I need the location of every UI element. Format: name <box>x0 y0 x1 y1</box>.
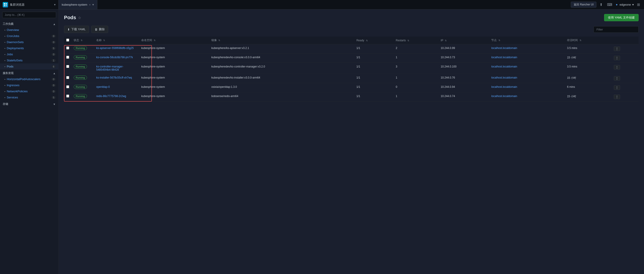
th-ip[interactable]: IP ⇅ <box>438 37 489 44</box>
table-row: Running redis-86c7775798-2r2wg kubespher… <box>64 92 638 102</box>
sort-icon-ready: ⇅ <box>366 39 368 42</box>
back-to-rancher-button[interactable]: 返回 Rancher UI <box>571 2 596 8</box>
logo-chevron[interactable]: ▾ <box>54 3 56 6</box>
row-more-button-1[interactable]: ⋮ <box>614 56 620 60</box>
th-namespace[interactable]: 命名空间 ⇅ <box>139 37 209 44</box>
favorite-star-icon[interactable]: ☆ <box>78 16 81 20</box>
row-ready-0: 1/1 <box>354 44 394 54</box>
delete-button[interactable]: 🗑 删除 <box>91 26 108 33</box>
node-link-2[interactable]: localhost.localdomain <box>491 65 517 68</box>
sidebar-item-overview[interactable]: ▪ Overview <box>0 27 58 33</box>
table-wrapper: 状态 ⇅ 名称 ⇅ 命名空间 ⇅ 镜像 ⇅ Ready ⇅ <box>64 37 638 102</box>
status-badge-5: Running <box>74 94 87 98</box>
sidebar-item-networkpolicies-badge: 0 <box>52 90 56 93</box>
th-image[interactable]: 镜像 ⇅ <box>209 37 354 44</box>
node-link-0[interactable]: localhost.localdomain <box>491 47 517 50</box>
sidebar-item-cronjobs[interactable]: ▪ CronJobs 0 <box>0 33 58 39</box>
sidebar-item-jobs[interactable]: ▪ Jobs 0 <box>0 51 58 57</box>
th-restarts[interactable]: Restarts ⇅ <box>394 37 438 44</box>
terminal-icon[interactable]: ⌨ <box>606 2 614 8</box>
node-link-5[interactable]: localhost.localdomain <box>491 95 517 98</box>
sort-icon-node: ⇅ <box>498 39 500 42</box>
service-discovery-header[interactable]: 服务发现 ▲ <box>0 70 58 76</box>
select-all-checkbox[interactable] <box>66 39 69 42</box>
row-more-button-3[interactable]: ⋮ <box>614 76 620 81</box>
cluster-browser-logo[interactable]: 集群浏览器 ▾ <box>0 0 58 9</box>
row-checkbox-5[interactable] <box>66 95 69 97</box>
top-nav: 集群浏览器 ▾ kubesphere-system × ▾ 返回 Rancher… <box>0 0 644 10</box>
sidebar-item-cronjobs-label: CronJobs <box>7 34 20 38</box>
sort-icon-image: ⇅ <box>218 39 220 42</box>
th-node[interactable]: 节点 ⇅ <box>489 37 565 44</box>
th-age[interactable]: 存活时间 ⇅ <box>565 37 612 44</box>
row-more-button-0[interactable]: ⋮ <box>614 47 620 51</box>
row-age-4: 6 mins <box>565 83 612 92</box>
filter-input[interactable] <box>594 26 638 33</box>
pod-link-5[interactable]: redis-86c7775798-2r2wg <box>96 95 126 98</box>
row-more-button-5[interactable]: ⋮ <box>614 95 620 99</box>
user-area[interactable]: ✦ edgeone ▾ <box>616 3 634 7</box>
row-status-0: Running <box>72 44 94 54</box>
sidebar-item-networkpolicies[interactable]: ▪ NetworkPolicies 0 <box>0 88 58 94</box>
node-link-4[interactable]: localhost.localdomain <box>491 85 517 88</box>
sidebar-item-services[interactable]: ▪ Services 5 <box>0 94 58 100</box>
workload-section-header[interactable]: 工作负载 ▲ <box>0 20 58 27</box>
row-actions-4: ⋮ <box>612 83 638 92</box>
sidebar-item-pods[interactable]: ▪ Pods 6 <box>0 63 58 70</box>
svg-rect-2 <box>4 5 5 6</box>
folder-icon: ▪ <box>4 53 6 56</box>
sidebar-item-hpa-label: HorizontalPodAutoscalers <box>7 77 40 81</box>
pod-link-2[interactable]: ks-controller-manager-548545f4b4-98428 <box>96 65 124 71</box>
row-checkbox-1[interactable] <box>66 56 69 59</box>
sidebar-item-statefulsets[interactable]: ▪ StatefulSets 1 <box>0 57 58 63</box>
row-checkbox-0[interactable] <box>66 47 69 49</box>
status-badge-0: Running <box>74 46 87 50</box>
tab-close-icon[interactable]: × <box>89 4 90 6</box>
toolbar: ⬇ 下载 YAML 🗑 删除 <box>64 26 638 33</box>
active-tab[interactable]: kubesphere-system × ▾ <box>58 0 97 9</box>
storage-section: 存储 ▼ <box>0 100 58 107</box>
row-actions-2: ⋮ <box>612 63 638 74</box>
service-discovery-label: 服务发现 <box>3 71 14 75</box>
th-status[interactable]: 状态 ⇅ <box>72 37 94 44</box>
th-name[interactable]: 名称 ⇅ <box>94 37 139 44</box>
row-more-button-2[interactable]: ⋮ <box>614 65 620 70</box>
sort-icon-namespace: ⇅ <box>154 39 156 42</box>
node-link-3[interactable]: localhost.localdomain <box>491 76 517 79</box>
grid-icon[interactable]: ⊞ <box>636 2 641 8</box>
jump-to-input[interactable]: Jump to... (⌘-K) <box>2 12 56 18</box>
th-ready[interactable]: Ready ⇅ <box>354 37 394 44</box>
storage-section-header[interactable]: 存储 ▼ <box>0 100 58 107</box>
row-checkbox-cell <box>64 44 72 54</box>
table-row: Running ks-installer-5678c55cff-xh7wq ku… <box>64 74 638 83</box>
sidebar-item-ingresses[interactable]: ▪ Ingresses 0 <box>0 82 58 88</box>
pods-tbody: Running ks-apiserver-556f698dfb-s5g25 ku… <box>64 44 638 102</box>
row-name-4: openldap-0 <box>94 83 139 92</box>
row-more-button-4[interactable]: ⋮ <box>614 85 620 90</box>
row-checkbox-3[interactable] <box>66 76 69 79</box>
row-status-1: Running <box>72 54 94 63</box>
upload-icon[interactable]: ⬆ <box>598 2 604 8</box>
download-yaml-button[interactable]: ⬇ 下载 YAML <box>64 26 89 33</box>
node-link-1[interactable]: localhost.localdomain <box>491 56 517 59</box>
sidebar-item-deployments[interactable]: ▪ Deployments 5 <box>0 45 58 51</box>
pod-link-3[interactable]: ks-installer-5678c55cff-xh7wq <box>96 76 132 79</box>
sidebar-item-hpa[interactable]: ▪ HorizontalPodAutoscalers 0 <box>0 76 58 82</box>
row-namespace-1: kubesphere-system <box>139 54 209 63</box>
pod-link-1[interactable]: ks-console-58cdc6b766-jm77k <box>96 56 133 59</box>
sidebar-item-daemonsets[interactable]: ▪ DaemonSets 0 <box>0 39 58 45</box>
pod-link-4[interactable]: openldap-0 <box>96 85 110 88</box>
download-icon: ⬇ <box>67 28 70 31</box>
sidebar-item-deployments-badge: 5 <box>52 47 56 50</box>
pod-link-0[interactable]: ks-apiserver-556f698dfb-s5g25 <box>96 47 134 50</box>
row-checkbox-4[interactable] <box>66 85 69 88</box>
folder-icon: ▪ <box>4 65 6 68</box>
sidebar-item-daemonsets-badge: 0 <box>52 41 56 44</box>
create-yaml-button[interactable]: 使用 YAML 文件创建 <box>604 14 638 21</box>
row-checkbox-2[interactable] <box>66 65 69 68</box>
row-checkbox-cell <box>64 63 72 74</box>
status-badge-3: Running <box>74 76 87 80</box>
tab-chevron[interactable]: ▾ <box>92 3 94 6</box>
sidebar-item-overview-label: Overview <box>7 28 19 32</box>
folder-icon: ▪ <box>4 59 6 62</box>
